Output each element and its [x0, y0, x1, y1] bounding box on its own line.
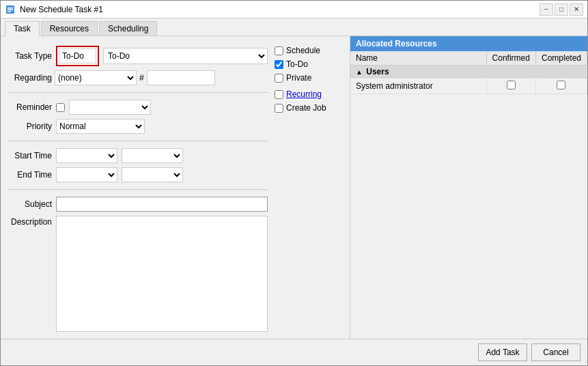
main-window: New Schedule Task #1 − □ ✕ Task Resource…	[0, 0, 588, 366]
regarding-select[interactable]: (none)	[55, 70, 137, 85]
recurring-checkbox[interactable]	[275, 90, 283, 99]
col-header-name: Name	[350, 51, 486, 66]
task-type-box: To-Do	[56, 46, 99, 66]
allocated-resources-table: Name Confirmed Completed ▲ Users	[350, 51, 587, 94]
main-content: Task Type To-Do To-Do Call Meeting Regar…	[1, 36, 587, 339]
priority-select[interactable]: Normal High Low	[56, 119, 145, 134]
subject-input[interactable]	[56, 197, 268, 212]
start-time-row: Start Time	[8, 148, 268, 163]
maximize-button[interactable]: □	[555, 3, 568, 16]
completed-checkbox[interactable]	[557, 81, 565, 89]
allocated-resources-table-wrapper: Name Confirmed Completed ▲ Users	[350, 51, 587, 339]
hash-input[interactable]	[147, 70, 215, 85]
right-checkboxes: Schedule To-Do Private Recurring	[268, 43, 343, 332]
window-icon	[5, 4, 16, 15]
divider-3	[8, 189, 268, 190]
reminder-checkbox[interactable]	[56, 103, 65, 112]
confirmed-cell	[486, 79, 535, 94]
reminder-row: Reminder	[8, 100, 268, 115]
divider-2	[8, 141, 268, 141]
private-label: Private	[286, 73, 311, 83]
svg-rect-1	[8, 8, 13, 9]
svg-rect-3	[8, 11, 11, 12]
create-job-label: Create Job	[286, 103, 326, 113]
schedule-label: Schedule	[286, 46, 320, 55]
tab-task[interactable]: Task	[5, 21, 40, 36]
minimize-button[interactable]: −	[540, 3, 553, 16]
footer: Add Task Cancel	[1, 339, 587, 365]
regarding-label: Regarding	[8, 73, 52, 83]
title-bar: New Schedule Task #1 − □ ✕	[1, 1, 587, 18]
window-controls: − □ ✕	[540, 3, 583, 16]
cancel-button[interactable]: Cancel	[531, 343, 580, 361]
hash-label: #	[139, 73, 144, 83]
window-title: New Schedule Task #1	[20, 5, 540, 14]
priority-label: Priority	[8, 122, 52, 131]
divider-1	[8, 92, 268, 93]
add-task-button[interactable]: Add Task	[478, 343, 527, 361]
start-time-label: Start Time	[8, 151, 52, 160]
schedule-checkbox-row: Schedule	[275, 46, 336, 55]
col-header-completed: Completed	[535, 51, 587, 66]
end-time-row: End Time	[8, 167, 268, 182]
priority-row: Priority Normal High Low	[8, 119, 268, 134]
schedule-checkbox[interactable]	[275, 46, 283, 55]
todo-label: To-Do	[286, 59, 308, 69]
task-type-label: Task Type	[8, 51, 52, 61]
tab-resources[interactable]: Resources	[41, 21, 98, 36]
reminder-label: Reminder	[8, 102, 52, 112]
start-time-select-date[interactable]	[56, 148, 117, 163]
description-textarea[interactable]	[56, 216, 268, 332]
allocated-resources-header: Allocated Resources	[350, 36, 587, 51]
left-form: Task Type To-Do To-Do Call Meeting Regar…	[8, 43, 268, 332]
end-time-select-date[interactable]	[56, 167, 117, 182]
create-job-checkbox-row: Create Job	[275, 103, 336, 113]
confirmed-checkbox[interactable]	[507, 81, 516, 89]
private-checkbox-row: Private	[275, 73, 336, 83]
task-type-row: Task Type To-Do To-Do Call Meeting	[8, 46, 268, 66]
top-form: Task Type To-Do To-Do Call Meeting Regar…	[8, 43, 343, 332]
right-panel: Allocated Resources Name Confirmed Compl…	[350, 36, 587, 339]
task-type-select[interactable]: To-Do Call Meeting	[103, 48, 268, 64]
reminder-select[interactable]	[69, 100, 151, 115]
todo-checkbox-row: To-Do	[275, 59, 336, 69]
svg-rect-2	[8, 9, 13, 10]
subject-label: Subject	[8, 199, 52, 209]
right-panel-inner: Allocated Resources Name Confirmed Compl…	[350, 36, 587, 339]
completed-cell	[535, 79, 587, 94]
end-time-select-time[interactable]	[122, 167, 183, 182]
start-time-select-time[interactable]	[122, 148, 183, 163]
group-row-users: ▲ Users	[350, 66, 587, 79]
subject-row: Subject	[8, 197, 268, 212]
create-job-checkbox[interactable]	[275, 104, 283, 113]
close-button[interactable]: ✕	[570, 3, 583, 16]
table-row: System administrator	[350, 79, 587, 94]
recurring-checkbox-row: Recurring	[275, 89, 336, 99]
tab-scheduling[interactable]: Scheduling	[99, 21, 157, 36]
resource-name: System administrator	[350, 79, 486, 94]
left-panel: Task Type To-Do To-Do Call Meeting Regar…	[1, 36, 350, 339]
table-header-row: Name Confirmed Completed	[350, 51, 587, 66]
tabs-bar: Task Resources Scheduling	[1, 18, 587, 36]
description-label: Description	[8, 216, 52, 227]
description-row: Description	[8, 216, 268, 332]
todo-checkbox[interactable]	[275, 60, 283, 69]
regarding-row: Regarding (none) #	[8, 70, 268, 85]
col-header-confirmed: Confirmed	[486, 51, 535, 66]
end-time-label: End Time	[8, 170, 52, 180]
group-name-users: ▲ Users	[350, 66, 587, 79]
collapse-arrow-icon[interactable]: ▲	[356, 68, 363, 76]
private-checkbox[interactable]	[275, 74, 283, 83]
task-type-value: To-Do	[59, 48, 96, 64]
recurring-label: Recurring	[286, 89, 322, 99]
